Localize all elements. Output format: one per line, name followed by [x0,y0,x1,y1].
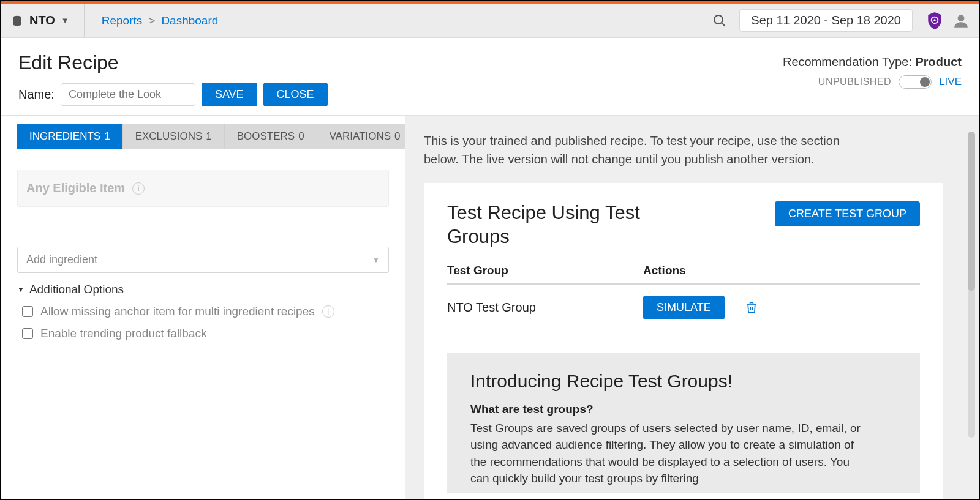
user-menu[interactable] [953,13,969,29]
tab-count: 0 [298,130,304,142]
tab-label: VARIATIONS [330,130,391,142]
breadcrumb-reports[interactable]: Reports [102,14,143,28]
org-name: NTO [29,13,55,28]
user-icon [953,13,969,29]
option-missing-anchor-row: Allow missing anchor item for multi ingr… [22,305,389,318]
tab-count: 0 [394,130,400,142]
svg-line-2 [722,23,725,26]
live-label: LIVE [939,76,962,88]
tab-boosters[interactable]: BOOSTERS0 [225,124,317,149]
caret-down-icon: ▼ [17,285,24,294]
tab-count: 1 [104,130,110,142]
right-intro-text: This is your trained and published recip… [424,132,877,168]
scrollbar-track[interactable] [968,132,975,438]
promo-body: Test Groups are saved groups of users se… [470,420,862,487]
promo-card: Introducing Recipe Test Groups! What are… [447,353,920,493]
option-trending-fallback-row: Enable trending product fallback [22,327,389,340]
recommendation-type: Recommendation Type: Product [783,55,962,69]
publish-toggle[interactable] [899,75,932,89]
delete-test-group-button[interactable] [745,300,758,314]
left-divider [1,233,405,233]
date-range-picker[interactable]: Sep 11 2020 - Sep 18 2020 [739,9,913,32]
database-icon [11,15,23,27]
info-icon[interactable]: i [322,305,334,318]
test-groups-card: Test Recipe Using Test Groups CREATE TES… [424,183,943,500]
tab-exclusions[interactable]: EXCLUSIONS1 [123,124,225,149]
left-pane: INGREDIENTS1 EXCLUSIONS1 BOOSTERS0 VARIA… [1,116,405,500]
promo-title: Introducing Recipe Test Groups! [470,371,897,392]
eligible-item-card[interactable]: Any Eligible Item i [17,170,389,207]
info-icon[interactable]: i [132,182,145,195]
toggle-knob [920,77,930,87]
rec-type-label: Recommendation Type: [783,55,915,69]
col-test-group: Test Group [447,264,643,277]
shield-icon [926,12,943,30]
col-actions: Actions [643,264,920,277]
test-group-name: NTO Test Group [447,300,643,315]
option-missing-anchor-label: Allow missing anchor item for multi ingr… [40,305,315,318]
option-trending-fallback-label: Enable trending product fallback [40,327,206,340]
main-content: INGREDIENTS1 EXCLUSIONS1 BOOSTERS0 VARIA… [1,116,979,500]
add-ingredient-placeholder: Add ingredient [26,253,97,266]
trash-icon [745,300,758,314]
tab-variations[interactable]: VARIATIONS0 [317,124,413,149]
breadcrumb: Reports > Dashboard [102,14,219,28]
promo-subtitle: What are test groups? [470,403,897,416]
tab-label: EXCLUSIONS [135,130,203,142]
page-title: Edit Recipe [18,51,783,74]
svg-point-5 [958,15,965,21]
svg-point-1 [714,15,723,24]
chevron-down-icon: ▼ [61,16,69,25]
breadcrumb-dashboard[interactable]: Dashboard [161,14,218,28]
right-pane: This is your trained and published recip… [405,116,979,500]
search-button[interactable] [709,10,731,32]
additional-options-label: Additional Options [29,283,124,296]
additional-options-toggle[interactable]: ▼ Additional Options [17,283,389,296]
table-row: NTO Test Group SIMULATE [447,285,920,330]
page-header: Edit Recipe Name: SAVE CLOSE Recommendat… [1,38,979,116]
chevron-down-icon: ▼ [372,256,380,264]
recipe-tabs: INGREDIENTS1 EXCLUSIONS1 BOOSTERS0 VARIA… [17,124,389,149]
unpublished-label: UNPUBLISHED [818,76,891,88]
test-card-title: Test Recipe Using Test Groups [447,201,680,249]
tab-label: INGREDIENTS [29,130,100,142]
shield-settings-button[interactable] [926,12,943,30]
recipe-name-input[interactable] [61,83,195,106]
search-icon [712,13,727,28]
topbar: NTO ▼ Reports > Dashboard Sep 11 2020 - … [1,4,979,38]
save-button[interactable]: SAVE [202,83,257,106]
close-button[interactable]: CLOSE [263,83,328,106]
option-trending-fallback-checkbox[interactable] [22,328,33,339]
add-ingredient-select[interactable]: Add ingredient ▼ [17,247,389,273]
tab-label: BOOSTERS [237,130,295,142]
rec-type-value: Product [915,55,962,69]
option-missing-anchor-checkbox[interactable] [22,306,33,317]
test-group-table-head: Test Group Actions [447,264,920,285]
eligible-item-label: Any Eligible Item [26,181,125,195]
test-group-table: Test Group Actions NTO Test Group SIMULA… [447,264,920,330]
simulate-button[interactable]: SIMULATE [643,296,725,319]
tab-ingredients[interactable]: INGREDIENTS1 [17,124,123,149]
name-label: Name: [18,88,55,102]
scrollbar-thumb[interactable] [968,132,975,291]
org-switcher[interactable]: NTO ▼ [11,4,85,37]
create-test-group-button[interactable]: CREATE TEST GROUP [775,201,920,226]
tab-count: 1 [206,130,211,142]
svg-point-4 [933,19,935,21]
breadcrumb-separator: > [148,14,155,28]
